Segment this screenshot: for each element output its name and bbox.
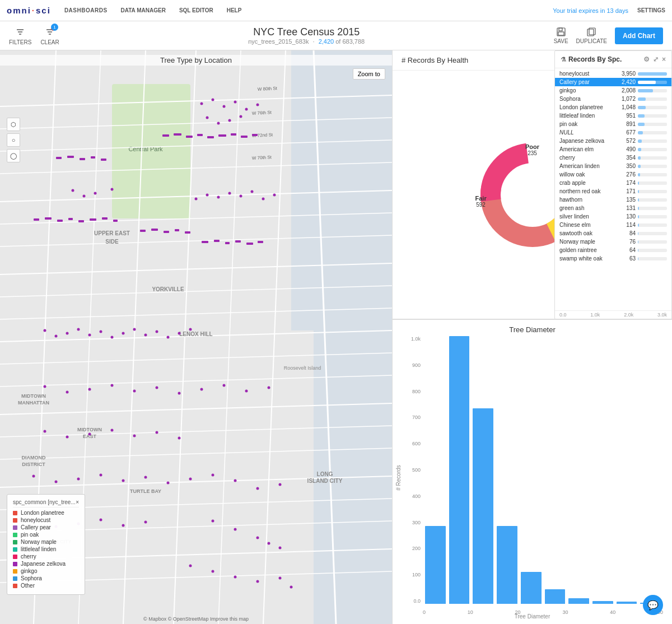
toolbar-right: SAVE DUPLICATE Add Chart — [554, 27, 663, 44]
svg-point-170 — [234, 528, 237, 531]
clear-button[interactable]: 1 CLEAR — [40, 26, 59, 45]
select-tool[interactable]: ◯ — [7, 149, 20, 162]
map-legend: spc_common [nyc_tree... × London planetr… — [7, 494, 85, 595]
spc-row[interactable]: Chinese elm114 — [555, 221, 671, 229]
svg-point-119 — [44, 329, 46, 332]
svg-rect-74 — [162, 134, 169, 137]
spc-row[interactable]: northern red oak171 — [555, 187, 671, 195]
legend-color-dot — [13, 555, 17, 559]
bar-col[interactable] — [497, 336, 517, 604]
legend-item-label: cherry — [21, 553, 36, 560]
spc-row[interactable]: crab apple174 — [555, 179, 671, 187]
spc-row[interactable]: silver linden130 — [555, 212, 671, 221]
spc-row[interactable]: Japanese zelkova572 — [555, 137, 671, 145]
spc-item-name: American elm — [559, 146, 615, 152]
svg-point-90 — [94, 192, 97, 195]
spc-row[interactable]: American elm490 — [555, 145, 671, 153]
spc-row[interactable]: Norway maple76 — [555, 238, 671, 246]
spc-item-name: ginkgo — [559, 87, 615, 94]
svg-text:W 70th St: W 70th St — [252, 155, 272, 161]
spc-row[interactable]: green ash131 — [555, 204, 671, 212]
spc-row[interactable]: Callery pear2,420 — [555, 78, 671, 86]
svg-rect-87 — [101, 159, 106, 161]
svg-point-129 — [156, 330, 158, 333]
spc-item-name: Norway maple — [559, 239, 615, 245]
total-count: 683,788 — [342, 38, 365, 45]
nav-sql-editor[interactable]: SQL EDITOR — [179, 7, 213, 13]
spc-row[interactable]: NULL677 — [555, 128, 671, 137]
logo[interactable]: omni·sci — [7, 6, 51, 15]
save-label: SAVE — [554, 38, 568, 44]
bar-col[interactable] — [521, 336, 542, 604]
nav-help[interactable]: HELP — [227, 7, 242, 13]
svg-rect-100 — [34, 218, 39, 221]
svg-text:W 76th St: W 76th St — [252, 110, 272, 116]
spc-row[interactable]: honeylocust3,950 — [555, 69, 671, 78]
spc-row[interactable]: pin oak891 — [555, 120, 671, 128]
svg-point-177 — [256, 580, 259, 583]
nav-links: DASHBOARDS DATA MANAGER SQL EDITOR HELP — [64, 7, 553, 13]
svg-point-178 — [279, 577, 282, 580]
filters-button[interactable]: FILTERS — [9, 26, 31, 45]
svg-rect-116 — [235, 240, 241, 243]
zoom-to-button[interactable]: Zoom to — [353, 68, 385, 80]
bar-col[interactable] — [592, 336, 613, 604]
spc-item-count: 891 — [615, 121, 636, 127]
circle-tool[interactable]: ○ — [7, 133, 20, 147]
spc-row[interactable]: swamp white oak63 — [555, 254, 671, 263]
bar-col[interactable] — [425, 336, 446, 604]
spc-item-count: 490 — [615, 146, 636, 152]
settings-icon[interactable]: ⚙ — [643, 55, 650, 63]
spc-item-count: 63 — [615, 255, 636, 262]
settings-link[interactable]: SETTINGS — [637, 7, 665, 13]
spc-row[interactable]: golden raintree64 — [555, 246, 671, 254]
spc-row[interactable]: cherry354 — [555, 153, 671, 162]
add-chart-button[interactable]: Add Chart — [615, 27, 663, 44]
dashboard-subtitle: nyc_trees_2015_683k · 2,420 of 683,788 — [59, 38, 554, 45]
chat-button[interactable]: 💬 — [643, 595, 663, 615]
close-icon[interactable]: × — [662, 55, 666, 63]
svg-point-133 — [44, 385, 46, 388]
legend-item-label: ginkgo — [21, 568, 37, 574]
svg-rect-75 — [174, 133, 181, 136]
export-icon[interactable]: ⤢ — [653, 55, 659, 63]
spc-item-name: honeylocust — [559, 71, 615, 77]
spc-row[interactable]: sawtooth oak84 — [555, 229, 671, 238]
nav-data-manager[interactable]: DATA MANAGER — [121, 7, 166, 13]
save-button[interactable]: SAVE — [554, 27, 568, 44]
bar-col[interactable] — [617, 336, 637, 604]
svg-text:MIDTOWN: MIDTOWN — [77, 427, 102, 432]
svg-point-97 — [251, 190, 254, 193]
spc-bar-bg — [638, 81, 667, 84]
svg-rect-115 — [225, 242, 230, 244]
bar-col[interactable] — [640, 336, 661, 604]
svg-point-125 — [111, 336, 114, 339]
svg-point-124 — [100, 330, 102, 333]
draw-tool[interactable]: ⬡ — [7, 118, 20, 131]
svg-point-169 — [212, 520, 214, 523]
spc-row[interactable]: willow oak276 — [555, 170, 671, 179]
bar-col[interactable] — [449, 336, 470, 604]
toolbar: FILTERS 1 CLEAR NYC Tree Census 2015 nyc… — [0, 21, 672, 50]
spc-row[interactable]: Sophora1,072 — [555, 95, 671, 103]
svg-point-120 — [55, 335, 58, 338]
spc-item-name: crab apple — [559, 180, 615, 186]
svg-point-127 — [133, 328, 136, 331]
nav-dashboards[interactable]: DASHBOARDS — [64, 7, 108, 13]
svg-text:LONG: LONG — [317, 471, 333, 477]
bar-col[interactable] — [473, 336, 493, 604]
legend-close[interactable]: × — [76, 499, 79, 505]
svg-rect-101 — [45, 217, 52, 220]
duplicate-button[interactable]: DUPLICATE — [576, 27, 607, 44]
bar-col[interactable] — [545, 336, 566, 604]
spc-panel: ⚗ Records By Spc. ⚙ ⤢ × honeylocust3,950… — [554, 50, 672, 319]
spc-row[interactable]: hawthorn135 — [555, 195, 671, 204]
bar-col[interactable] — [568, 336, 589, 604]
map-attribution: © Mapbox © OpenStreetMap Improve this ma… — [0, 616, 392, 622]
spc-row[interactable]: ginkgo2,008 — [555, 86, 671, 95]
spc-row[interactable]: American linden350 — [555, 162, 671, 170]
svg-rect-107 — [113, 220, 118, 222]
spc-row[interactable]: London planetree1,048 — [555, 103, 671, 111]
svg-rect-86 — [91, 156, 95, 159]
spc-row[interactable]: littleleaf linden951 — [555, 111, 671, 120]
